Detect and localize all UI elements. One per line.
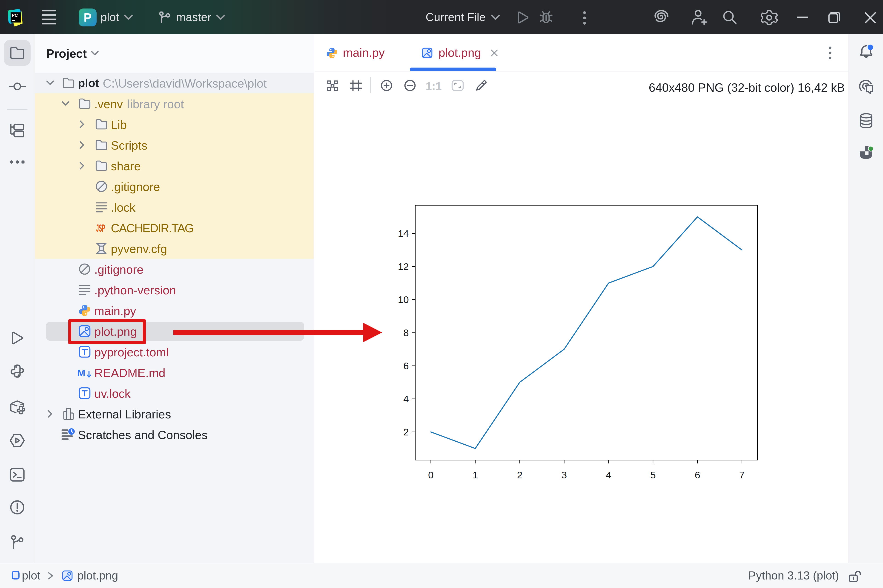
svg-text:5: 5: [650, 470, 656, 480]
svg-text:12: 12: [398, 261, 409, 272]
svg-text:6: 6: [695, 470, 700, 480]
svg-text:14: 14: [398, 228, 409, 239]
svg-text:8: 8: [403, 327, 409, 338]
svg-text:3: 3: [561, 470, 567, 480]
svg-text:0: 0: [428, 470, 434, 480]
svg-text:2: 2: [403, 426, 409, 438]
svg-text:2: 2: [517, 470, 522, 480]
svg-text:7: 7: [739, 470, 745, 480]
svg-text:1: 1: [472, 470, 478, 480]
svg-text:PC: PC: [12, 13, 18, 18]
svg-text:6: 6: [403, 360, 409, 371]
svg-text:10: 10: [398, 294, 409, 305]
svg-text:4: 4: [606, 470, 611, 480]
svg-text:4: 4: [403, 393, 409, 404]
